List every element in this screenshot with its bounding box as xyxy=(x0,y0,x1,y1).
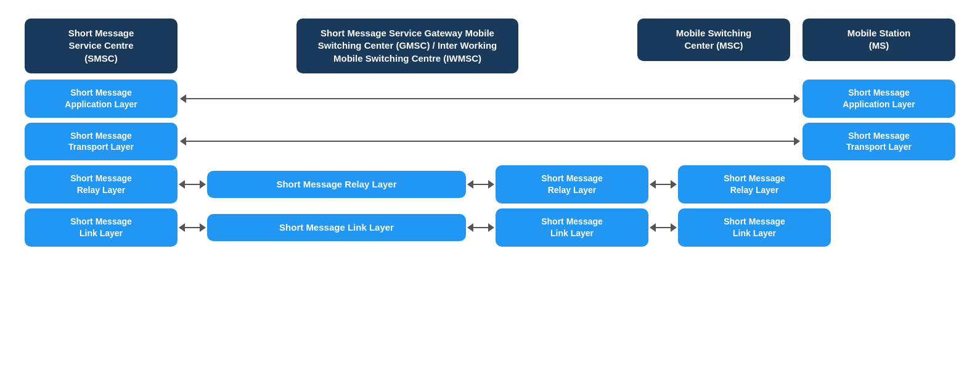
header-gmsc: Short Message Service Gateway Mobile Swi… xyxy=(296,19,518,73)
transport-layer-left: Short Message Transport Layer xyxy=(25,123,178,161)
header-row: Short Message Service Centre (SMSC) Shor… xyxy=(25,19,955,73)
link-layer-smsc: Short Message Link Layer xyxy=(25,208,178,247)
link-layer-gmsc: Short Message Link Layer xyxy=(207,214,466,241)
application-layer-right: Short Message Application Layer xyxy=(802,80,955,118)
network-diagram: Short Message Service Centre (SMSC) Shor… xyxy=(12,12,968,258)
header-smsc: Short Message Service Centre (SMSC) xyxy=(25,19,178,73)
link-layer-msc: Short Message Link Layer xyxy=(496,208,648,247)
link-layer-row: Short Message Link Layer Short Message L… xyxy=(25,208,955,247)
transport-layer-right: Short Message Transport Layer xyxy=(802,123,955,161)
link-layer-ms: Short Message Link Layer xyxy=(678,208,831,247)
application-layer-left: Short Message Application Layer xyxy=(25,80,178,118)
header-ms: Mobile Station (MS) xyxy=(802,19,955,61)
transport-arrow xyxy=(178,137,802,146)
relay-layer-row: Short Message Relay Layer Short Message … xyxy=(25,165,955,204)
header-msc: Mobile Switching Center (MSC) xyxy=(637,19,790,61)
relay-layer-msc: Short Message Relay Layer xyxy=(496,165,648,204)
relay-layer-gmsc: Short Message Relay Layer xyxy=(207,171,466,198)
relay-layer-ms: Short Message Relay Layer xyxy=(678,165,831,204)
application-layer-row: Short Message Application Layer Short Me… xyxy=(25,80,955,118)
application-arrow xyxy=(178,94,802,103)
relay-layer-smsc: Short Message Relay Layer xyxy=(25,165,178,204)
transport-layer-row: Short Message Transport Layer Short Mess… xyxy=(25,123,955,161)
